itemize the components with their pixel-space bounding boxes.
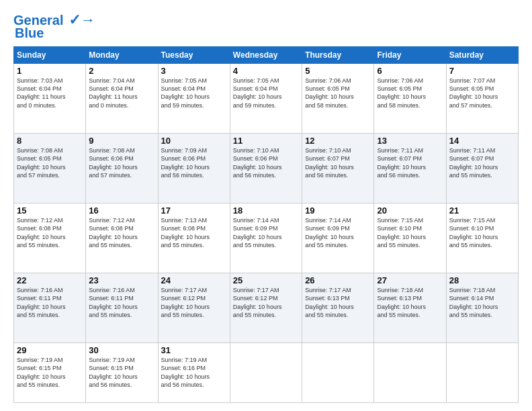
weekday-sunday: Sunday (14, 47, 86, 64)
day-number: 25 (233, 275, 299, 285)
day-info: Sunrise: 7:11 AM Sunset: 6:07 PM Dayligh… (377, 146, 443, 179)
calendar-cell: 3Sunrise: 7:05 AM Sunset: 6:04 PM Daylig… (158, 64, 230, 134)
logo-bird-icon: ✓→ (69, 11, 95, 28)
day-info: Sunrise: 7:07 AM Sunset: 6:05 PM Dayligh… (449, 77, 515, 109)
calendar-cell: 27Sunrise: 7:18 AM Sunset: 6:13 PM Dayli… (374, 273, 446, 343)
calendar-cell: 25Sunrise: 7:17 AM Sunset: 6:12 PM Dayli… (230, 273, 302, 343)
logo-blue: Blue (13, 26, 44, 41)
day-number: 21 (449, 205, 515, 216)
day-info: Sunrise: 7:11 AM Sunset: 6:07 PM Dayligh… (449, 146, 515, 179)
day-number: 8 (17, 136, 83, 146)
day-info: Sunrise: 7:14 AM Sunset: 6:09 PM Dayligh… (305, 216, 371, 249)
calendar-cell: 13Sunrise: 7:11 AM Sunset: 6:07 PM Dayli… (374, 134, 446, 203)
calendar-cell: 7Sunrise: 7:07 AM Sunset: 6:05 PM Daylig… (446, 64, 518, 134)
calendar-cell: 14Sunrise: 7:11 AM Sunset: 6:07 PM Dayli… (446, 134, 518, 203)
calendar-cell: 5Sunrise: 7:06 AM Sunset: 6:05 PM Daylig… (302, 64, 374, 134)
day-info: Sunrise: 7:17 AM Sunset: 6:13 PM Dayligh… (305, 286, 371, 319)
day-info: Sunrise: 7:17 AM Sunset: 6:12 PM Dayligh… (233, 286, 299, 319)
day-info: Sunrise: 7:06 AM Sunset: 6:05 PM Dayligh… (305, 77, 371, 109)
day-number: 12 (305, 136, 371, 146)
day-info: Sunrise: 7:18 AM Sunset: 6:13 PM Dayligh… (377, 286, 443, 319)
calendar-cell: 10Sunrise: 7:09 AM Sunset: 6:06 PM Dayli… (158, 134, 230, 203)
calendar-week-1: 1Sunrise: 7:03 AM Sunset: 6:04 PM Daylig… (14, 64, 519, 134)
header: General ✓→ Blue (13, 12, 519, 41)
calendar-cell (230, 343, 302, 403)
calendar-cell: 19Sunrise: 7:14 AM Sunset: 6:09 PM Dayli… (302, 203, 374, 273)
day-number: 4 (233, 66, 299, 76)
day-info: Sunrise: 7:15 AM Sunset: 6:10 PM Dayligh… (449, 216, 515, 249)
calendar-cell: 11Sunrise: 7:10 AM Sunset: 6:06 PM Dayli… (230, 134, 302, 203)
day-info: Sunrise: 7:06 AM Sunset: 6:05 PM Dayligh… (377, 77, 443, 109)
calendar-week-4: 22Sunrise: 7:16 AM Sunset: 6:11 PM Dayli… (14, 273, 519, 343)
calendar-cell: 31Sunrise: 7:19 AM Sunset: 6:16 PM Dayli… (158, 343, 230, 403)
calendar-cell: 22Sunrise: 7:16 AM Sunset: 6:11 PM Dayli… (14, 273, 86, 343)
day-info: Sunrise: 7:13 AM Sunset: 6:08 PM Dayligh… (161, 216, 227, 249)
calendar-cell: 26Sunrise: 7:17 AM Sunset: 6:13 PM Dayli… (302, 273, 374, 343)
day-number: 9 (89, 136, 154, 146)
day-info: Sunrise: 7:03 AM Sunset: 6:04 PM Dayligh… (17, 77, 83, 109)
day-number: 14 (449, 136, 515, 146)
calendar-cell (302, 343, 374, 403)
day-info: Sunrise: 7:16 AM Sunset: 6:11 PM Dayligh… (17, 286, 83, 319)
weekday-tuesday: Tuesday (158, 47, 230, 64)
day-info: Sunrise: 7:15 AM Sunset: 6:10 PM Dayligh… (377, 216, 443, 249)
day-number: 3 (161, 66, 227, 76)
day-number: 13 (377, 136, 443, 146)
page: General ✓→ Blue SundayMondayTuesdayWedne… (0, 0, 532, 411)
day-number: 16 (89, 205, 154, 216)
calendar-cell: 28Sunrise: 7:18 AM Sunset: 6:14 PM Dayli… (446, 273, 518, 343)
day-info: Sunrise: 7:19 AM Sunset: 6:15 PM Dayligh… (17, 356, 83, 389)
day-number: 31 (161, 345, 227, 355)
calendar-cell: 12Sunrise: 7:10 AM Sunset: 6:07 PM Dayli… (302, 134, 374, 203)
day-number: 29 (17, 345, 83, 355)
calendar-cell: 20Sunrise: 7:15 AM Sunset: 6:10 PM Dayli… (374, 203, 446, 273)
day-number: 27 (377, 275, 443, 285)
day-number: 10 (161, 136, 227, 146)
day-info: Sunrise: 7:10 AM Sunset: 6:07 PM Dayligh… (305, 146, 371, 179)
calendar-week-2: 8Sunrise: 7:08 AM Sunset: 6:05 PM Daylig… (14, 134, 519, 203)
calendar-cell: 29Sunrise: 7:19 AM Sunset: 6:15 PM Dayli… (14, 343, 86, 403)
day-info: Sunrise: 7:17 AM Sunset: 6:12 PM Dayligh… (161, 286, 227, 319)
day-info: Sunrise: 7:16 AM Sunset: 6:11 PM Dayligh… (89, 286, 154, 319)
calendar-cell: 6Sunrise: 7:06 AM Sunset: 6:05 PM Daylig… (374, 64, 446, 134)
calendar-cell: 16Sunrise: 7:12 AM Sunset: 6:08 PM Dayli… (86, 203, 158, 273)
calendar-table: SundayMondayTuesdayWednesdayThursdayFrid… (13, 46, 519, 403)
day-number: 5 (305, 66, 371, 76)
day-number: 26 (305, 275, 371, 285)
day-number: 19 (305, 205, 371, 216)
calendar-cell: 15Sunrise: 7:12 AM Sunset: 6:08 PM Dayli… (14, 203, 86, 273)
weekday-monday: Monday (86, 47, 158, 64)
calendar-week-5: 29Sunrise: 7:19 AM Sunset: 6:15 PM Dayli… (14, 343, 519, 403)
day-info: Sunrise: 7:08 AM Sunset: 6:06 PM Dayligh… (89, 146, 154, 179)
day-info: Sunrise: 7:04 AM Sunset: 6:04 PM Dayligh… (89, 77, 154, 109)
day-info: Sunrise: 7:05 AM Sunset: 6:04 PM Dayligh… (233, 77, 299, 109)
calendar-cell: 24Sunrise: 7:17 AM Sunset: 6:12 PM Dayli… (158, 273, 230, 343)
day-number: 2 (89, 66, 154, 76)
day-number: 30 (89, 345, 154, 355)
day-number: 23 (89, 275, 154, 285)
day-info: Sunrise: 7:12 AM Sunset: 6:08 PM Dayligh… (89, 216, 154, 249)
day-info: Sunrise: 7:08 AM Sunset: 6:05 PM Dayligh… (17, 146, 83, 179)
calendar-cell: 21Sunrise: 7:15 AM Sunset: 6:10 PM Dayli… (446, 203, 518, 273)
weekday-header-row: SundayMondayTuesdayWednesdayThursdayFrid… (14, 47, 519, 64)
calendar-cell: 1Sunrise: 7:03 AM Sunset: 6:04 PM Daylig… (14, 64, 86, 134)
day-number: 24 (161, 275, 227, 285)
day-info: Sunrise: 7:14 AM Sunset: 6:09 PM Dayligh… (233, 216, 299, 249)
day-info: Sunrise: 7:10 AM Sunset: 6:06 PM Dayligh… (233, 146, 299, 179)
weekday-thursday: Thursday (302, 47, 374, 64)
calendar-cell: 4Sunrise: 7:05 AM Sunset: 6:04 PM Daylig… (230, 64, 302, 134)
day-number: 28 (449, 275, 515, 285)
weekday-saturday: Saturday (446, 47, 518, 64)
day-info: Sunrise: 7:05 AM Sunset: 6:04 PM Dayligh… (161, 77, 227, 109)
calendar-cell: 2Sunrise: 7:04 AM Sunset: 6:04 PM Daylig… (86, 64, 158, 134)
day-info: Sunrise: 7:19 AM Sunset: 6:15 PM Dayligh… (89, 356, 154, 389)
day-number: 7 (449, 66, 515, 76)
day-number: 22 (17, 275, 83, 285)
calendar-cell: 17Sunrise: 7:13 AM Sunset: 6:08 PM Dayli… (158, 203, 230, 273)
calendar-week-3: 15Sunrise: 7:12 AM Sunset: 6:08 PM Dayli… (14, 203, 519, 273)
day-info: Sunrise: 7:09 AM Sunset: 6:06 PM Dayligh… (161, 146, 227, 179)
calendar-cell (446, 343, 518, 403)
day-number: 1 (17, 66, 83, 76)
calendar-cell (374, 343, 446, 403)
logo: General ✓→ Blue (13, 12, 95, 41)
